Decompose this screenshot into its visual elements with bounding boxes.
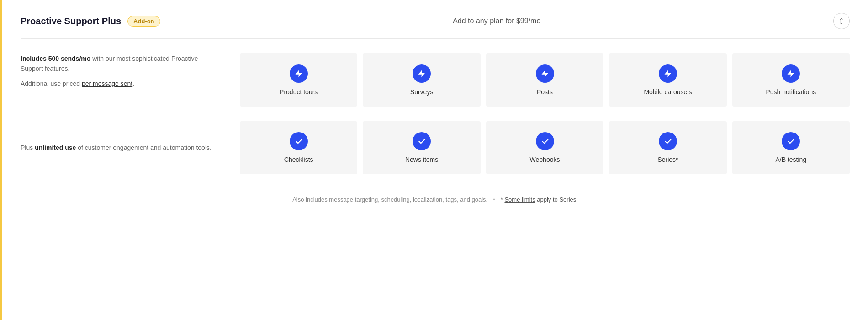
unlimited-text-2: of customer engagement and automation to… xyxy=(76,144,212,151)
feature-product-tours: Product tours xyxy=(240,53,357,107)
feature-checklists: Checklists xyxy=(240,121,357,174)
addon-badge: Add-on xyxy=(127,16,160,27)
surveys-icon xyxy=(413,64,431,83)
feature-surveys: Surveys xyxy=(363,53,480,107)
push-notifications-label: Push notifications xyxy=(766,88,816,96)
posts-icon xyxy=(536,64,554,83)
product-tours-icon xyxy=(290,64,308,83)
unlimited-bold: unlimited use xyxy=(35,144,76,151)
ab-testing-label: A/B testing xyxy=(775,156,806,163)
sends-extra-1: Additional use priced xyxy=(21,80,82,87)
news-items-label: News items xyxy=(405,156,438,163)
feature-ab-testing: A/B testing xyxy=(732,121,850,174)
footer-series-note: * Some limits apply to Series. xyxy=(501,196,578,203)
footer-note: Also includes message targeting, schedul… xyxy=(21,189,850,214)
feature-push-notifications: Push notifications xyxy=(732,53,850,107)
unlimited-description: Plus unlimited use of customer engagemen… xyxy=(21,121,240,174)
plan-title: Proactive Support Plus xyxy=(21,16,121,27)
mobile-carousels-label: Mobile carousels xyxy=(644,88,692,96)
sends-description-text: Includes 500 sends/mo with our most soph… xyxy=(21,53,222,74)
feature-posts: Posts xyxy=(486,53,603,107)
unlimited-text-1: Plus xyxy=(21,144,35,151)
feature-webhooks: Webhooks xyxy=(486,121,603,174)
surveys-label: Surveys xyxy=(410,88,434,96)
ab-testing-icon xyxy=(782,132,800,150)
footer-dot: • xyxy=(493,196,495,203)
header-right: ⇧ xyxy=(833,13,850,29)
checklists-label: Checklists xyxy=(284,156,313,163)
sends-extra-3: . xyxy=(132,80,134,87)
unlimited-section: Plus unlimited use of customer engagemen… xyxy=(21,121,850,189)
footer-main-note: Also includes message targeting, schedul… xyxy=(292,196,487,203)
series-icon xyxy=(659,132,677,150)
per-message-link[interactable]: per message sent xyxy=(82,80,132,87)
chevron-up-icon: ⇧ xyxy=(838,17,844,26)
header-left: Proactive Support Plus Add-on xyxy=(21,16,160,27)
posts-label: Posts xyxy=(537,88,553,96)
sends-section: Includes 500 sends/mo with our most soph… xyxy=(21,39,850,121)
webhooks-label: Webhooks xyxy=(530,156,560,163)
feature-news-items: News items xyxy=(363,121,480,174)
sends-description: Includes 500 sends/mo with our most soph… xyxy=(21,53,240,107)
mobile-carousels-icon xyxy=(659,64,677,83)
feature-series: Series* xyxy=(609,121,726,174)
sends-extra-text: Additional use priced per message sent. xyxy=(21,79,222,89)
series-label: Series* xyxy=(657,156,678,163)
sends-features-grid: Product tours Surveys xyxy=(240,53,850,107)
unlimited-features-grid: Checklists News items xyxy=(240,121,850,174)
checklists-icon xyxy=(290,132,308,150)
collapse-button[interactable]: ⇧ xyxy=(833,13,850,29)
plan-header: Proactive Support Plus Add-on Add to any… xyxy=(21,0,850,38)
news-items-icon xyxy=(413,132,431,150)
sends-bold: Includes 500 sends/mo xyxy=(21,55,90,62)
series-limits-link: Some limits xyxy=(504,196,535,203)
feature-mobile-carousels: Mobile carousels xyxy=(609,53,726,107)
webhooks-icon xyxy=(536,132,554,150)
product-tours-label: Product tours xyxy=(280,88,318,96)
footer-series-text: apply to Series. xyxy=(535,196,578,203)
unlimited-description-text: Plus unlimited use of customer engagemen… xyxy=(21,143,212,153)
pricing-text: Add to any plan for $99/mo xyxy=(453,17,540,25)
push-notifications-icon xyxy=(782,64,800,83)
